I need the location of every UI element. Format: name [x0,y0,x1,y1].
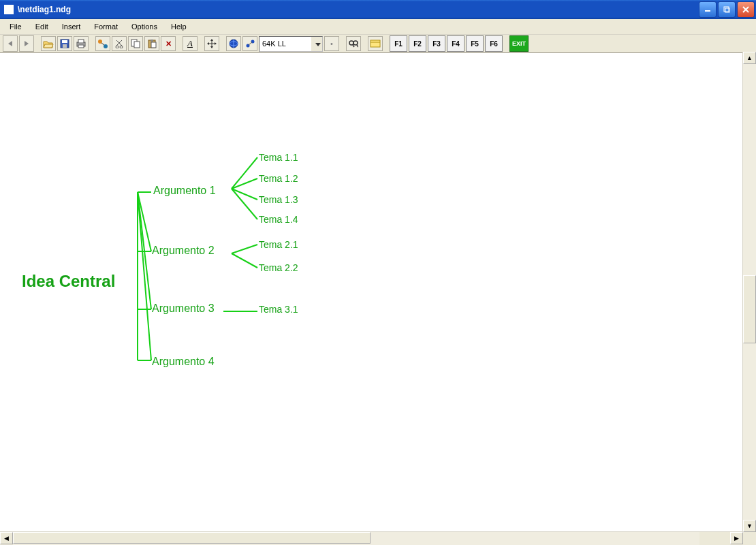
menu-file[interactable]: File [3,20,29,33]
nav-forward-button[interactable] [19,35,34,52]
svg-line-57 [232,253,257,268]
diagram-theme-node[interactable]: Tema 2.1 [259,239,298,250]
svg-line-40 [353,45,354,47]
f1-button[interactable]: F1 [390,35,407,52]
link-button[interactable] [95,36,110,51]
svg-rect-24 [151,42,156,48]
move-tool-button[interactable] [204,36,219,51]
paste-button[interactable] [144,36,159,51]
menubar: File Edit Insert Format Options Help [0,19,756,35]
diagram-argument-node[interactable]: Argumento 1 [153,185,216,197]
svg-point-18 [116,46,119,48]
f5-button[interactable]: F5 [466,35,484,52]
scrollbar-corner [743,532,756,545]
menu-insert[interactable]: Insert [55,20,88,33]
svg-rect-11 [78,40,84,43]
diagram-argument-node[interactable]: Argumento 4 [152,356,215,368]
close-button[interactable] [737,1,755,18]
svg-rect-12 [78,45,84,48]
node-button[interactable] [242,36,257,51]
f2-button[interactable]: F2 [409,35,426,52]
svg-marker-27 [210,39,213,41]
toolbar: ✕ A • F1 F2 F3 F4 F5 F6 EXIT [0,35,756,53]
scroll-up-arrow[interactable]: ▲ [743,52,756,64]
menu-format[interactable]: Format [87,20,125,33]
diagram-connectors [0,54,743,534]
titlebar: \netdiag1.ndg [0,0,756,19]
svg-line-15 [101,43,104,45]
menu-edit[interactable]: Edit [29,20,55,33]
diagram-theme-node[interactable]: Tema 1.2 [259,173,298,184]
scroll-right-arrow[interactable]: ▶ [730,532,743,544]
svg-rect-8 [62,40,67,43]
minimize-button[interactable] [699,1,716,18]
exit-button[interactable]: EXIT [509,35,529,52]
zoom-input[interactable] [259,37,311,51]
diagram-theme-node[interactable]: Tema 1.3 [259,194,298,205]
svg-rect-42 [371,40,380,47]
svg-line-56 [232,245,257,253]
nav-back-button[interactable] [3,35,18,52]
f3-button[interactable]: F3 [428,35,445,52]
diagram-canvas[interactable]: Idea Central Argumento 1 Argumento 2 Arg… [0,54,743,534]
svg-point-39 [353,41,358,45]
svg-rect-1 [724,7,729,12]
f6-button[interactable]: F6 [485,35,503,52]
dot-button[interactable]: • [324,36,339,51]
vertical-scrollbar[interactable]: ▲ ▼ [742,52,756,532]
svg-marker-5 [8,41,12,46]
svg-point-38 [349,41,353,45]
window-button[interactable] [368,36,383,51]
diagram-argument-node[interactable]: Argumento 2 [152,245,215,257]
copy-button[interactable] [128,36,143,51]
svg-rect-21 [134,42,140,48]
svg-point-19 [120,46,123,48]
svg-marker-6 [25,41,29,46]
vscroll-thumb[interactable] [743,275,756,343]
globe-button[interactable] [226,36,241,51]
svg-line-36 [249,42,252,45]
svg-line-55 [232,189,257,219]
diagram-argument-node[interactable]: Argumento 3 [152,302,215,315]
cut-button[interactable] [112,36,127,51]
scroll-down-arrow[interactable]: ▼ [743,520,756,532]
menu-options[interactable]: Options [125,20,164,33]
diagram-theme-node[interactable]: Tema 1.4 [259,214,298,225]
svg-line-41 [357,45,358,47]
f4-button[interactable]: F4 [447,35,464,52]
text-tool-button[interactable]: A [183,36,198,51]
workspace[interactable]: Idea Central Argumento 1 Argumento 2 Arg… [0,53,756,534]
zoom-arrow[interactable] [311,37,322,51]
menu-help[interactable]: Help [164,20,193,33]
svg-rect-23 [151,40,153,42]
app-icon [4,5,14,14]
svg-rect-9 [63,44,67,48]
svg-marker-37 [315,43,321,46]
svg-marker-28 [210,46,213,48]
open-button[interactable] [41,36,56,51]
svg-line-50 [138,192,151,360]
window-controls [699,1,755,18]
diagram-theme-node[interactable]: Tema 3.1 [259,304,298,315]
hscroll-track[interactable] [13,532,699,545]
svg-marker-30 [215,42,217,45]
print-button[interactable] [74,36,89,51]
diagram-root-node[interactable]: Idea Central [22,272,115,291]
scroll-left-arrow[interactable]: ◀ [0,532,13,544]
find-button[interactable] [346,36,361,51]
zoom-dropdown[interactable] [259,36,323,52]
save-button[interactable] [57,36,72,51]
window-title: \netdiag1.ndg [18,5,699,14]
delete-button[interactable]: ✕ [161,36,176,51]
diagram-theme-node[interactable]: Tema 2.2 [259,262,298,273]
diagram-theme-node[interactable]: Tema 1.1 [259,152,298,163]
maximize-button[interactable] [718,1,736,18]
horizontal-scrollbar[interactable]: ◀ ▶ [0,531,743,545]
hscroll-thumb[interactable] [13,532,371,544]
svg-marker-29 [207,42,209,45]
